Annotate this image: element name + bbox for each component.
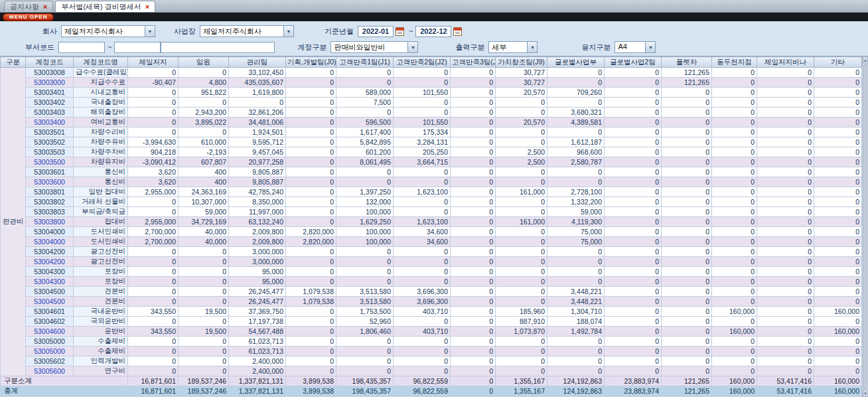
- value-cell: 0: [605, 78, 662, 88]
- period-from-input[interactable]: [358, 26, 394, 37]
- column-header[interactable]: 글로벌사업2팀: [605, 57, 662, 68]
- dept-code-from-input[interactable]: [58, 42, 105, 53]
- table-row[interactable]: 53004500견본비0026,245,4771,079,5383,513,58…: [1, 297, 862, 307]
- value-cell: 0: [547, 247, 605, 257]
- table-row[interactable]: 53003800접대비2,955,00034,729,16963,132,240…: [1, 217, 862, 227]
- value-cell: 0: [605, 207, 662, 217]
- value-cell: 2,009,800: [229, 237, 286, 247]
- table-row[interactable]: 53003600통신비3,6204009,805,88700000000000: [1, 177, 862, 187]
- company-select[interactable]: 제일저지주식회사 ▼: [61, 25, 155, 37]
- vertical-scrollbar[interactable]: ▲ ▼: [862, 56, 868, 397]
- tab-expense-report[interactable]: 부서별(세목) 경비명세서 ×: [55, 1, 155, 12]
- value-cell: 4,389,581: [547, 118, 605, 127]
- account-name-cell: 견본비: [74, 287, 128, 297]
- workplace-select[interactable]: 제일저지주식회사 ▼: [200, 25, 294, 37]
- value-cell: 3,899,538: [286, 386, 336, 396]
- column-header[interactable]: 플렛차: [662, 57, 712, 68]
- column-header[interactable]: 고객만족2팀(J2): [394, 57, 451, 68]
- calendar-icon[interactable]: [453, 27, 462, 36]
- value-cell: 0: [712, 88, 757, 98]
- table-row[interactable]: 53003000지급수수료-90,4074,800435,035,6070000…: [1, 78, 862, 88]
- value-cell: 0: [451, 267, 496, 277]
- table-row[interactable]: 53004000도서인쇄비2,700,00040,0002,009,8002,8…: [1, 227, 862, 237]
- scroll-up-icon[interactable]: ▲: [863, 56, 868, 64]
- column-header[interactable]: 고객만족1팀(J1): [336, 57, 394, 68]
- calendar-icon[interactable]: [396, 27, 404, 36]
- column-header[interactable]: 제일저지: [128, 57, 179, 68]
- value-cell: 61,023,713: [229, 337, 286, 347]
- table-row[interactable]: 53003401시내교통비0951,8221,619,8000589,00010…: [1, 88, 862, 98]
- table-row[interactable]: 53004600운반비343,55019,50054,567,48801,806…: [1, 327, 862, 337]
- value-cell: 160,000: [814, 376, 862, 386]
- value-cell: 0: [757, 187, 814, 197]
- close-icon[interactable]: ×: [43, 3, 47, 11]
- column-header[interactable]: 관리팀: [229, 57, 286, 68]
- value-cell: 0: [394, 98, 451, 108]
- table-row[interactable]: 53003503차량주차비904,218-2,1939,457,0450601,…: [1, 147, 862, 157]
- value-cell: 0: [179, 257, 229, 267]
- table-row[interactable]: 53005000수출제비0061,023,71300000000000: [1, 337, 862, 347]
- table-row[interactable]: 53003802거래처 선물비010,307,0008,350,0000132,…: [1, 197, 862, 207]
- subtotal-row[interactable]: 구분소계16,871,601189,537,2461,337,821,1313,…: [1, 376, 862, 386]
- table-row[interactable]: 53004200광고선전비003,000,00000000000000: [1, 257, 862, 267]
- value-cell: 0: [547, 347, 605, 357]
- table-row[interactable]: 53004300포장비0095,00000000000000: [1, 277, 862, 287]
- table-row[interactable]: 53004200광고선전비003,000,00000000000000: [1, 247, 862, 257]
- value-cell: 0: [605, 137, 662, 147]
- table-row[interactable]: 판관비53003008급수수료(클레임)0033,102,450000030,7…: [1, 68, 862, 78]
- table-row[interactable]: 53005000수출제비0061,023,71300000000000: [1, 347, 862, 357]
- value-cell: 0: [451, 386, 496, 396]
- column-header[interactable]: 가치창조팀(J9): [496, 57, 547, 68]
- dept-code-to-input[interactable]: [114, 42, 161, 53]
- table-row[interactable]: 53005602인력개발비002,400,00000000000000: [1, 357, 862, 366]
- column-header[interactable]: 제일저지비나: [757, 57, 814, 68]
- table-row[interactable]: 53003403해외출장비02,943,20032,861,206000003,…: [1, 108, 862, 118]
- table-row[interactable]: 53004601국내운반비343,55019,50037,369,75001,7…: [1, 307, 862, 317]
- table-row[interactable]: 53004500견본비0026,245,4771,079,5383,513,58…: [1, 287, 862, 297]
- table-row[interactable]: 53003502차량주유비-3,994,630610,0009,595,7120…: [1, 137, 862, 147]
- output-type-select[interactable]: 세부 ▼: [488, 41, 538, 53]
- column-header[interactable]: 기획,개발팀(J0): [286, 57, 336, 68]
- column-header[interactable]: 기타: [814, 57, 862, 68]
- total-row[interactable]: 총계16,871,601189,537,2461,337,821,1313,89…: [1, 386, 862, 396]
- scroll-down-icon[interactable]: ▼: [863, 390, 868, 397]
- paper-type-select[interactable]: A4 ▼: [615, 41, 656, 53]
- value-cell: 589,000: [336, 88, 394, 98]
- account-code-cell: 53003000: [26, 78, 74, 88]
- value-cell: 0: [814, 147, 862, 157]
- table-row[interactable]: 53004300포장비0095,00000000000000: [1, 267, 862, 277]
- value-cell: 0: [451, 177, 496, 187]
- account-type-select[interactable]: 판매비와일반비 ▼: [330, 41, 418, 53]
- expense-table: 구분계정코드계정코드명제일저지임원관리팀기획,개발팀(J0)고객만족1팀(J1)…: [0, 56, 862, 396]
- value-cell: 0: [286, 187, 336, 197]
- table-row[interactable]: 53003402국내출장비00007,500000000000: [1, 98, 862, 108]
- table-row[interactable]: 53003400여비교통비03,895,02234,481,0060596,50…: [1, 118, 862, 127]
- column-header[interactable]: 고객만족3팀(J3): [451, 57, 496, 68]
- menu-open-button[interactable]: MENU OPEN: [3, 13, 54, 21]
- column-header[interactable]: 글로벌사업부: [547, 57, 605, 68]
- tab-notice[interactable]: 공지사항 ×: [4, 1, 53, 12]
- table-row[interactable]: 53003501차량수리비001,924,50101,617,400175,33…: [1, 127, 862, 137]
- period-to-input[interactable]: [415, 26, 451, 37]
- column-header[interactable]: 동두천지점: [712, 57, 757, 68]
- value-cell: 34,481,006: [229, 118, 286, 127]
- column-header[interactable]: 계정코드명: [74, 57, 128, 68]
- dept-name-field[interactable]: [161, 42, 275, 53]
- value-cell: 0: [605, 147, 662, 157]
- table-row[interactable]: 53003601통신비3,6204009,805,88700000000000: [1, 167, 862, 177]
- table-row[interactable]: 53003500차량유지비-3,090,412607,80720,977,258…: [1, 157, 862, 167]
- scrollbar-thumb[interactable]: [863, 64, 867, 389]
- table-row[interactable]: 53004602국외운반비0017,197,738052,96000887,91…: [1, 317, 862, 327]
- table-row[interactable]: 53005600연구비002,400,00000000000000: [1, 366, 862, 376]
- column-header[interactable]: 임원: [179, 57, 229, 68]
- table-row[interactable]: 53003801일반 접대비2,955,00024,363,16942,785,…: [1, 187, 862, 197]
- value-cell: 0: [662, 217, 712, 227]
- table-row[interactable]: 53004000도서인쇄비2,700,00040,0002,009,8002,8…: [1, 237, 862, 247]
- column-header[interactable]: 구분: [1, 57, 26, 68]
- value-cell: 8,350,000: [229, 197, 286, 207]
- value-cell: 33,102,450: [229, 68, 286, 78]
- table-row[interactable]: 53003803부의금/축의금059,00011,997,0000100,000…: [1, 207, 862, 217]
- value-cell: 0: [712, 227, 757, 237]
- column-header[interactable]: 계정코드: [26, 57, 74, 68]
- close-icon[interactable]: ×: [145, 3, 149, 11]
